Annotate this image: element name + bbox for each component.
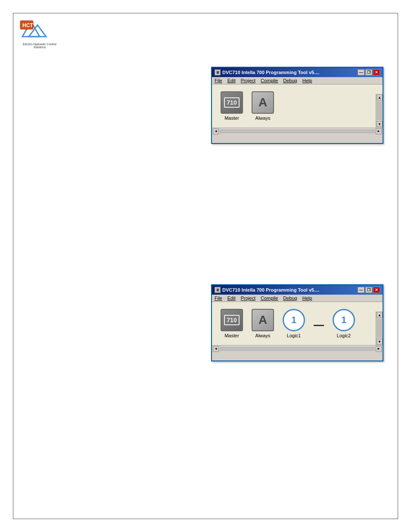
bottom-hscroll-track — [220, 347, 375, 351]
bottom-dvc-titlebar: 🖥 DVC710 Intella 700 Programming Tool v5… — [212, 285, 383, 295]
top-dvc-statusbar — [212, 134, 383, 143]
master-icon-item: 710 Master — [221, 91, 243, 121]
bottom-master-icon[interactable]: 710 — [221, 309, 243, 331]
top-dvc-content-area: 710 Master A Always ▲ ▼ — [212, 84, 383, 128]
top-dvc-content: 710 Master A Always — [212, 84, 383, 128]
bottom-always-icon[interactable]: A — [252, 309, 274, 331]
logo-tagline: Electro-Hydraulic Control Solutions — [18, 43, 61, 49]
top-dvc-icons: 710 Master A Always — [215, 88, 374, 124]
logic1-connector-group: 1 — [283, 309, 305, 331]
bottom-menu-file[interactable]: File — [215, 296, 222, 301]
bottom-dvc-hscroll: ◄ ► — [212, 345, 383, 352]
hscroll-track — [220, 130, 375, 133]
bottom-menu-help[interactable]: Help — [302, 296, 312, 301]
bottom-master-number: 710 — [224, 315, 239, 325]
bottom-dvc-content: 710 Master A Always 1 Logic1 — [212, 302, 383, 345]
bottom-close-btn[interactable]: ✕ — [373, 287, 380, 293]
logic1-label: Logic1 — [287, 333, 301, 338]
hscroll-right-btn[interactable]: ► — [376, 128, 382, 134]
bottom-dvc-menubar: File Edit Project Compile Debug Help — [212, 295, 383, 302]
top-dvc-window: 🖥 DVC710 Intella 700 Programming Tool v5… — [211, 67, 383, 144]
bottom-menu-edit[interactable]: Edit — [227, 296, 236, 301]
bottom-always-item: A Always — [252, 309, 274, 338]
minimize-button[interactable]: — — [358, 69, 364, 75]
menu-help[interactable]: Help — [302, 78, 312, 83]
always-icon[interactable]: A — [252, 91, 274, 114]
always-label: Always — [255, 115, 271, 121]
scroll-up-button[interactable]: ▲ — [377, 94, 383, 100]
bottom-dvc-statusbar — [212, 352, 383, 361]
restore-button[interactable]: ❐ — [365, 69, 372, 75]
window-icon: 🖥 — [215, 69, 221, 75]
scroll-down-button[interactable]: ▼ — [377, 121, 383, 127]
scroll-thumb — [377, 101, 382, 120]
hct-logo-icon: HCT — [18, 17, 48, 41]
menu-edit[interactable]: Edit — [227, 78, 236, 83]
bottom-master-item: 710 Master — [221, 309, 243, 338]
bottom-scroll-thumb — [377, 319, 382, 338]
menu-debug[interactable]: Debug — [283, 78, 297, 83]
logic1-icon[interactable]: 1 — [283, 309, 305, 331]
logic1-item: 1 Logic1 — [283, 309, 305, 338]
bottom-dvc-controls: — ❐ ✕ — [358, 287, 380, 293]
connector-line — [314, 325, 324, 326]
logic2-item: 1 Logic2 — [333, 309, 355, 338]
menu-project[interactable]: Project — [241, 78, 255, 83]
always-icon-item: A Always — [252, 91, 274, 121]
svg-text:HCT: HCT — [22, 22, 33, 28]
bottom-dvc-window: 🖥 DVC710 Intella 700 Programming Tool v5… — [211, 284, 383, 361]
bottom-hscroll-right[interactable]: ► — [376, 346, 382, 352]
top-dvc-title: DVC710 Intella 700 Programming Tool v5..… — [222, 70, 319, 75]
logic-connector-dash — [314, 312, 324, 338]
bottom-menu-compile[interactable]: Compile — [261, 296, 278, 301]
top-dvc-hscroll: ◄ ► — [212, 128, 383, 134]
bottom-always-label: Always — [255, 333, 271, 338]
master-label: Master — [224, 115, 239, 121]
bottom-menu-debug[interactable]: Debug — [283, 296, 297, 301]
bottom-hscroll-left[interactable]: ◄ — [213, 346, 219, 352]
bottom-restore-btn[interactable]: ❐ — [365, 287, 372, 293]
top-dvc-vscrollbar: ▲ ▼ — [376, 94, 383, 128]
bottom-dvc-vscrollbar: ▲ ▼ — [376, 311, 383, 345]
bottom-dvc-title: DVC710 Intella 700 Programming Tool v5..… — [222, 287, 319, 292]
top-dvc-titlebar: 🖥 DVC710 Intella 700 Programming Tool v5… — [212, 68, 383, 77]
top-dvc-controls: — ❐ ✕ — [358, 69, 380, 75]
bottom-dvc-content-area: 710 Master A Always 1 Logic1 — [212, 302, 383, 345]
menu-file[interactable]: File — [215, 78, 222, 83]
hscroll-left-btn[interactable]: ◄ — [213, 128, 219, 134]
master-icon[interactable]: 710 — [221, 91, 243, 114]
logic2-icon[interactable]: 1 — [333, 309, 355, 331]
logo-area: HCT Electro-Hydraulic Control Solutions — [18, 17, 61, 52]
bottom-master-label: Master — [224, 333, 239, 338]
top-dvc-menubar: File Edit Project Compile Debug Help — [212, 77, 383, 84]
bottom-window-icon: 🖥 — [215, 287, 221, 293]
close-button[interactable]: ✕ — [373, 69, 380, 75]
bottom-scroll-up[interactable]: ▲ — [377, 312, 383, 318]
master-number: 710 — [224, 97, 239, 108]
bottom-minimize-btn[interactable]: — — [358, 287, 364, 293]
logic2-label: Logic2 — [337, 333, 351, 338]
bottom-dvc-icons: 710 Master A Always 1 Logic1 — [215, 305, 374, 342]
bottom-scroll-down[interactable]: ▼ — [377, 339, 383, 345]
bottom-menu-project[interactable]: Project — [241, 296, 255, 301]
menu-compile[interactable]: Compile — [261, 78, 278, 83]
